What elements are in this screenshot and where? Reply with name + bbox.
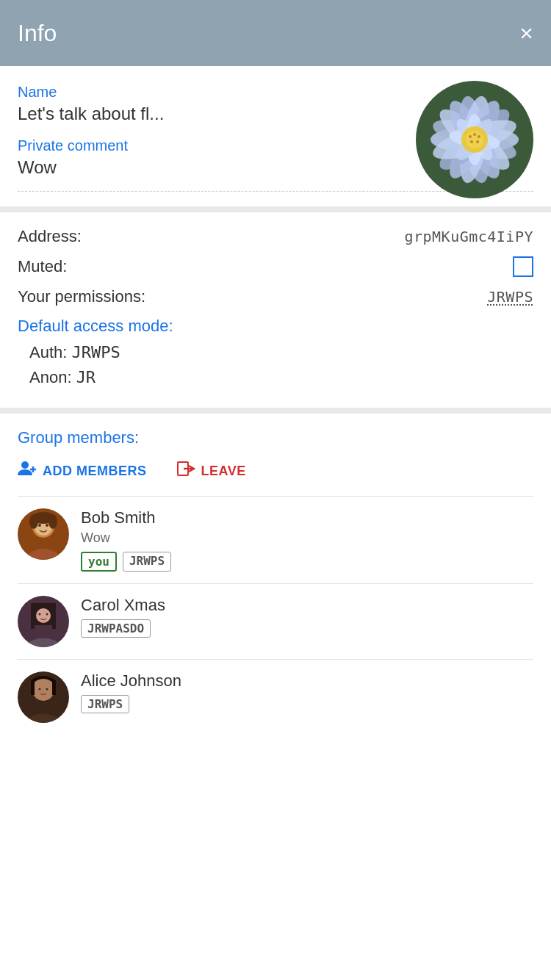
member-info-bob: Bob Smith Wow you JRWPS [81,508,533,572]
permissions-label: Your permissions: [18,287,145,306]
members-section: Group members: ADD MEMBERS [0,414,551,735]
leave-icon [176,461,195,481]
muted-label: Muted: [18,257,67,276]
member-tags-bob: you JRWPS [81,552,533,572]
member-name-bob: Bob Smith [81,508,533,527]
details-section: Address: grpMKuGmc4IiPY Muted: Your perm… [0,212,551,414]
member-info-carol: Carol Xmas JRWPASDO [81,596,533,638]
member-name-alice: Alice Johnson [81,671,533,691]
member-tags-carol: JRWPASDO [81,619,533,638]
avatar-carol [18,596,69,647]
group-avatar [416,81,533,198]
member-item-bob[interactable]: Bob Smith Wow you JRWPS [18,496,533,583]
member-tags-alice: JRWPS [81,695,533,713]
svg-point-32 [29,514,38,529]
member-info-alice: Alice Johnson JRWPS [81,671,533,713]
svg-rect-39 [52,603,56,629]
auth-label: Auth: [29,343,67,361]
leave-button[interactable]: LEAVE [176,461,246,481]
svg-rect-47 [31,680,35,695]
auth-value: JRWPS [72,343,120,361]
leave-label: LEAVE [201,464,246,479]
tag-perm-bob: JRWPS [123,552,171,572]
tag-perm-carol: JRWPASDO [81,619,151,638]
tag-perm-alice: JRWPS [81,695,129,713]
svg-point-50 [46,688,48,691]
svg-point-49 [39,688,41,691]
anon-label: Anon: [29,368,72,386]
svg-point-46 [32,679,54,696]
members-title: Group members: [18,428,533,447]
address-label: Address: [18,227,82,246]
default-access-label[interactable]: Default access mode: [18,317,533,336]
avatar-alice [18,671,69,723]
member-name-carol: Carol Xmas [81,596,533,615]
member-comment-bob: Wow [81,530,533,546]
svg-point-18 [478,135,480,138]
permissions-value: JRWPS [487,288,533,306]
svg-point-42 [46,613,48,616]
add-member-icon [18,461,37,481]
member-item-carol[interactable]: Carol Xmas JRWPASDO [18,583,533,659]
svg-point-41 [39,613,41,616]
member-item-alice[interactable]: Alice Johnson JRWPS [18,659,533,735]
svg-point-40 [36,608,51,623]
svg-point-20 [470,140,473,143]
svg-point-30 [46,524,48,527]
anon-value: JR [76,368,96,386]
page-title: Info [18,20,57,47]
close-button[interactable]: × [519,21,533,45]
muted-checkbox[interactable] [513,256,533,277]
members-actions: ADD MEMBERS LEAVE [18,461,533,481]
auth-row: Auth: JRWPS [29,343,533,362]
header: Info × [0,0,551,66]
avatar-bob [18,508,69,560]
address-row: Address: grpMKuGmc4IiPY [18,227,533,246]
add-members-button[interactable]: ADD MEMBERS [18,461,147,481]
svg-point-19 [476,140,479,143]
svg-point-21 [21,461,29,469]
svg-point-17 [473,133,476,136]
svg-rect-48 [52,680,56,695]
add-members-label: ADD MEMBERS [43,464,147,479]
info-section: Name Let's talk about fl... Private comm… [0,66,551,212]
svg-rect-38 [31,603,35,629]
anon-row: Anon: JR [29,368,533,387]
svg-point-33 [48,514,57,529]
address-value: grpMKuGmc4IiPY [404,228,533,245]
svg-point-16 [469,135,472,138]
svg-point-29 [38,524,41,527]
permissions-row: Your permissions: JRWPS [18,287,533,306]
muted-row: Muted: [18,256,533,277]
tag-you: you [81,552,117,572]
